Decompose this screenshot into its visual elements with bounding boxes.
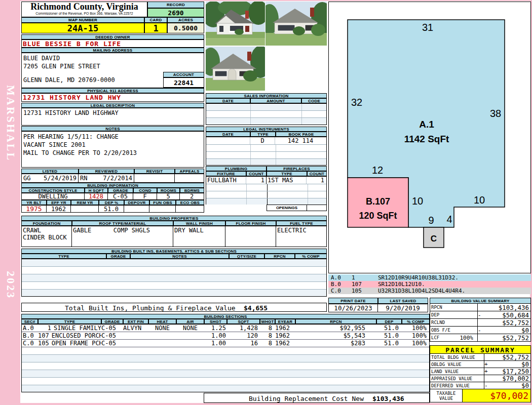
building-info-values1: DWELLING 1428 C-05 F 5 2 <box>21 193 204 200</box>
acres-label: ACRES <box>167 17 204 23</box>
mailing-line-2: 7205 GLEN PINE STREET <box>23 63 100 70</box>
li-bookpage-value: 142 114 <box>275 137 326 144</box>
ps-row-bldg: TOTAL BLDG VALUE $52,752 <box>430 353 531 361</box>
parcel-summary: TOTAL BLDG VALUE $52,752 OBLDG VALUE + $… <box>430 354 531 402</box>
card-value: 1 <box>144 23 167 33</box>
ps-deferred-label: DEFERRED VALUE <box>430 382 484 389</box>
print-info-headers: PRINT DATE LAST SAVED <box>328 298 428 304</box>
print-date-label: PRINT DATE <box>328 298 378 304</box>
section-row-a: A.0 1SINGLE FAMILY C-05 ALVYN NONE NONE … <box>22 325 429 332</box>
bvs-rclnd-label: RCLND <box>430 319 478 326</box>
row-c-type: OPEN FRAME PCH <box>52 340 101 347</box>
sales-amount-label: AMOUNT <box>250 98 301 103</box>
section-c-label: C <box>431 234 437 244</box>
bvs-row-obs: OBS F/E - $0 <box>430 326 531 334</box>
bvs-rpcn-label: RPCN <box>430 304 478 311</box>
revisit-value <box>134 174 175 182</box>
row-a-code: 1 <box>38 325 51 332</box>
built-ins-headers: TYPE GRADE NOTES QTY/SIZE RPCN % COMP <box>21 254 327 259</box>
cond-label: COND <box>133 188 157 193</box>
li-type-label: TYPE <box>250 132 276 137</box>
row-b-type: ENCLOSED PORCH <box>52 332 101 339</box>
reviewed-by: RN <box>80 175 87 182</box>
deppct-label: DEP % <box>99 200 124 205</box>
building-properties-body: CRAWL CINDER BLOCK GABLE COMP SHGLS DRY … <box>21 226 327 247</box>
row-a-shgt: 1.25 <box>204 325 227 332</box>
taxable-value: $70,002 <box>463 389 530 402</box>
row-b-whgt: 8 <box>260 332 275 339</box>
wall-finish-value: DRY WALL <box>173 226 225 247</box>
bvs-obs-op: - <box>478 327 484 334</box>
building-info-header2: YR BLT EFF YR REM YR DEP % DEPOVR FUN OB… <box>21 200 204 205</box>
ps-deferred-value: $0 <box>490 382 530 389</box>
legend-b-sec: B.0 <box>328 281 352 288</box>
fixture-value: FULLBATH <box>206 177 246 184</box>
row-c-heat <box>148 340 176 347</box>
ps-bldg-label: TOTAL BLDG VALUE <box>430 354 484 360</box>
section-b-sqft: 120 SqFt <box>359 211 397 221</box>
openings-value <box>307 205 327 211</box>
ps-deferred-op: - <box>484 382 490 389</box>
built-ins-title: BUILDING BUILT INS, BASEMENTS, ATTICS & … <box>21 249 327 254</box>
notes-box: PER HEARING 1/5/11: CHANGE VACANT SINCE … <box>21 131 204 168</box>
row-c-comp: 100% <box>402 340 429 347</box>
row-b-grade: C-05 <box>101 332 123 339</box>
building-sections-body: A.0 1SINGLE FAMILY C-05 ALVYN NONE NONE … <box>21 324 430 392</box>
comp-label: % COMP <box>402 319 430 324</box>
account-value: 22841 <box>163 77 204 88</box>
wall-finish-label: WALL FINISH <box>173 221 225 226</box>
sqft-label: SQFT <box>227 319 260 324</box>
bvs-obs-label: OBS F/E <box>430 327 478 334</box>
fireplace-count-value: 1 <box>307 177 326 184</box>
legal-description-box: 12731 HISTORY LAND HIGHWAY <box>21 108 204 126</box>
section-a-sqft: 1142 SqFt <box>404 134 449 144</box>
grade-label: GRADE <box>108 188 133 193</box>
rooms-label: ROOMS <box>157 188 180 193</box>
li-bookpage-label: BOOK PAGE <box>276 132 327 137</box>
legend-a-vector: SR12D10R9U4R10U38L31D32. <box>378 274 459 281</box>
building-properties-title: BUILDING PROPERTIES <box>21 216 327 221</box>
legend-c-code: 105 <box>352 288 378 294</box>
floor-finish-value <box>225 226 276 247</box>
replacement-cost-label: Building Replacement Cost New <box>249 395 364 402</box>
legend-c-sec: C.0 <box>328 288 352 294</box>
notes-label: NOTES <box>21 126 204 131</box>
record-value: 2690 <box>147 8 204 17</box>
building-information-title: BUILDING INFORMATION <box>21 183 204 188</box>
bvs-lcf-label: LCF <box>431 335 439 340</box>
fixture-count-value: 1 <box>246 177 267 184</box>
row-b-rpcn: $5,543 <box>295 332 376 339</box>
county-title: Richmond County, Virginia <box>22 2 147 12</box>
account-label: ACCOUNT <box>163 72 204 77</box>
legal-description-value: 12731 HISTORY LAND HIGHWAY <box>22 108 204 116</box>
dim-bottom-9: 9 <box>428 215 434 226</box>
bvs-row-dep: DEP - $50,684 <box>430 311 531 319</box>
section-row-b: B.0 107ENCLOSED PORCH C-05 1.00 120 8 19… <box>22 332 429 340</box>
sales-body <box>206 103 327 125</box>
li-type-value: D <box>250 137 275 144</box>
legend-row-c: C.0 105 U32R31D38L10D4L2SD4L4U4R4. <box>328 288 531 294</box>
row-c-whgt: 8 <box>260 340 275 347</box>
row-a-air: NONE <box>176 325 204 332</box>
legend-b-code: 107 <box>352 281 378 288</box>
row-c-sec: C.0 <box>22 340 38 347</box>
note-line-2: VACANT SINCE 2001 <box>23 141 204 149</box>
bvs-lcf-op <box>478 334 484 341</box>
yrblt-label: YR BLT <box>21 200 47 205</box>
reviewed-label: REVIEWED <box>79 169 134 174</box>
remyr-label: REM YR <box>71 200 99 205</box>
row-a-dep: 51.0 <box>376 325 402 332</box>
foundation-label: FOUNDATION <box>21 221 72 226</box>
row-b-extfin <box>123 332 148 339</box>
card-label: CARD <box>144 17 167 23</box>
row-b-dep: 51.0 <box>376 332 402 339</box>
sketch-panel: 31 32 38 A.1 1142 SqFt 12 B.107 120 SqFt… <box>328 2 531 273</box>
building-properties-headers: FOUNDATION ROOF TYPE/MATERIAL WALL FINIS… <box>21 221 327 226</box>
ps-land-op: + <box>484 368 490 375</box>
fireplace-count-label: COUNT <box>307 171 327 176</box>
building-value-summary: RPCN $103,436 DEP - $50,684 RCLND $52,75… <box>430 304 531 342</box>
sales-date-label: DATE <box>206 98 250 103</box>
ps-land-value: $17,250 <box>490 368 530 375</box>
note-line-3: MAIL TO CHANGE PER TO 2/20/2013 <box>23 149 204 157</box>
ps-obldg-value: $0 <box>490 361 530 368</box>
